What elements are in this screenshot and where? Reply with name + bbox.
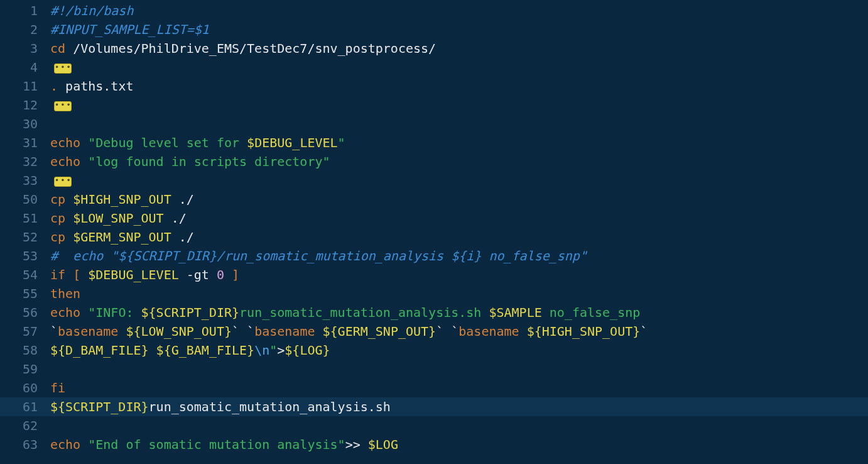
code-line[interactable]: 62: [0, 416, 868, 435]
code-line[interactable]: 50cp $HIGH_SNP_OUT ./: [0, 190, 868, 209]
line-number: 4: [0, 58, 50, 77]
code-line[interactable]: 2#INPUT_SAMPLE_LIST=$1: [0, 20, 868, 39]
token: [65, 267, 73, 282]
line-number: 54: [0, 265, 50, 284]
code-content[interactable]: #!/bin/bash: [50, 1, 868, 20]
token: ${SCRIPT_DIR}: [141, 305, 240, 320]
code-content[interactable]: echo "INFO: ${SCRIPT_DIR}run_somatic_mut…: [50, 303, 868, 322]
line-number: 31: [0, 133, 50, 152]
token: basename: [254, 324, 315, 339]
token: -gt: [179, 267, 217, 282]
token: `: [451, 324, 458, 339]
token: $SAMPLE: [489, 305, 541, 320]
code-line[interactable]: 30: [0, 114, 868, 133]
code-content[interactable]: echo "log found in scripts directory": [50, 152, 868, 171]
code-line[interactable]: 59: [0, 360, 868, 378]
code-line[interactable]: 57`basename ${LOW_SNP_OUT}` `basename ${…: [0, 322, 868, 341]
token: /Volumes/PhilDrive_EMS/TestDec7/snv_post…: [65, 41, 436, 56]
line-number: 30: [0, 114, 50, 133]
code-line[interactable]: 58${D_BAM_FILE} ${G_BAM_FILE}\n">${LOG}: [0, 341, 868, 360]
token: [80, 305, 88, 320]
line-number: 62: [0, 416, 50, 435]
code-line[interactable]: 55then: [0, 284, 868, 303]
token: $LOG: [368, 437, 398, 452]
token: .: [50, 79, 58, 94]
code-content[interactable]: •••: [50, 171, 868, 190]
line-number: 61: [0, 397, 50, 416]
token: [80, 154, 88, 169]
line-number: 2: [0, 20, 50, 39]
code-editor[interactable]: 1#!/bin/bash2#INPUT_SAMPLE_LIST=$13cd /V…: [0, 0, 868, 454]
token: ${GERM_SNP_OUT}: [323, 324, 437, 339]
code-line[interactable]: 54if [ $DEBUG_LEVEL -gt 0 ]: [0, 265, 868, 284]
code-line[interactable]: 52cp $GERM_SNP_OUT ./: [0, 228, 868, 246]
token: basename: [458, 324, 519, 339]
code-line[interactable]: 33•••: [0, 171, 868, 190]
code-line[interactable]: 31echo "Debug level set for $DEBUG_LEVEL…: [0, 133, 868, 152]
token: cp: [50, 229, 65, 245]
code-content[interactable]: #INPUT_SAMPLE_LIST=$1: [50, 20, 868, 39]
code-line[interactable]: 11. paths.txt: [0, 77, 868, 96]
token: >>: [345, 437, 361, 452]
line-number: 63: [0, 435, 50, 454]
line-number: 53: [0, 246, 50, 265]
token: `: [247, 324, 254, 339]
fold-marker-icon[interactable]: •••: [54, 64, 72, 74]
code-line[interactable]: 56echo "INFO: ${SCRIPT_DIR}run_somatic_m…: [0, 303, 868, 322]
line-number: 1: [0, 1, 50, 20]
code-content[interactable]: fi: [50, 378, 868, 397]
token: "log found in scripts directory": [88, 154, 330, 169]
token: [80, 267, 88, 282]
code-line[interactable]: 53# echo "${SCRIPT_DIR}/run_somatic_muta…: [0, 246, 868, 265]
token: no_false_snp: [542, 305, 641, 320]
token: echo: [50, 154, 80, 169]
token: [239, 324, 247, 339]
code-content[interactable]: ${D_BAM_FILE} ${G_BAM_FILE}\n">${LOG}: [50, 341, 868, 360]
code-content[interactable]: •••: [50, 58, 868, 77]
token: [519, 324, 527, 339]
token: [65, 229, 73, 245]
code-content[interactable]: echo "End of somatic mutation analysis">…: [50, 435, 868, 454]
code-content[interactable]: then: [50, 284, 868, 303]
token: echo: [50, 437, 80, 452]
code-content[interactable]: if [ $DEBUG_LEVEL -gt 0 ]: [50, 265, 868, 284]
code-line[interactable]: 3cd /Volumes/PhilDrive_EMS/TestDec7/snv_…: [0, 39, 868, 58]
code-line[interactable]: 51cp $LOW_SNP_OUT ./: [0, 209, 868, 228]
code-line[interactable]: 60fi: [0, 378, 868, 397]
token: 0: [217, 267, 224, 282]
token: ${SCRIPT_DIR}: [50, 399, 149, 414]
code-content[interactable]: `basename ${LOW_SNP_OUT}` `basename ${GE…: [50, 322, 868, 341]
code-content[interactable]: cp $GERM_SNP_OUT ./: [50, 228, 868, 246]
code-line[interactable]: 4•••: [0, 58, 868, 77]
token: [65, 192, 73, 207]
token: $LOW_SNP_OUT: [73, 211, 164, 226]
code-content[interactable]: echo "Debug level set for $DEBUG_LEVEL": [50, 133, 868, 152]
code-line[interactable]: 12•••: [0, 96, 868, 114]
token: [80, 135, 88, 150]
token: echo: [50, 135, 80, 150]
token: paths.txt: [58, 79, 133, 94]
code-content[interactable]: •••: [50, 96, 868, 114]
token: [224, 267, 232, 282]
token: $DEBUG_LEVEL: [247, 135, 338, 150]
code-line[interactable]: 1#!/bin/bash: [0, 1, 868, 20]
token: basename: [58, 324, 118, 339]
token: [65, 211, 73, 226]
code-content[interactable]: cd /Volumes/PhilDrive_EMS/TestDec7/snv_p…: [50, 39, 868, 58]
code-content[interactable]: ${SCRIPT_DIR}run_somatic_mutation_analys…: [50, 397, 868, 416]
fold-marker-icon[interactable]: •••: [54, 177, 72, 187]
code-content[interactable]: # echo "${SCRIPT_DIR}/run_somatic_mutati…: [50, 246, 868, 265]
code-content[interactable]: . paths.txt: [50, 77, 868, 96]
code-line[interactable]: 32echo "log found in scripts directory": [0, 152, 868, 171]
code-line[interactable]: 63echo "End of somatic mutation analysis…: [0, 435, 868, 454]
code-content[interactable]: cp $HIGH_SNP_OUT ./: [50, 190, 868, 209]
code-content[interactable]: cp $LOW_SNP_OUT ./: [50, 209, 868, 228]
code-line[interactable]: 61${SCRIPT_DIR}run_somatic_mutation_anal…: [0, 397, 868, 416]
token: `: [640, 324, 648, 339]
token: ${LOW_SNP_OUT}: [126, 324, 232, 339]
fold-marker-icon[interactable]: •••: [54, 101, 72, 111]
token: # echo "${SCRIPT_DIR}/run_somatic_mutati…: [50, 248, 587, 263]
line-number: 58: [0, 341, 50, 360]
line-number: 11: [0, 77, 50, 96]
token: `: [50, 324, 58, 339]
